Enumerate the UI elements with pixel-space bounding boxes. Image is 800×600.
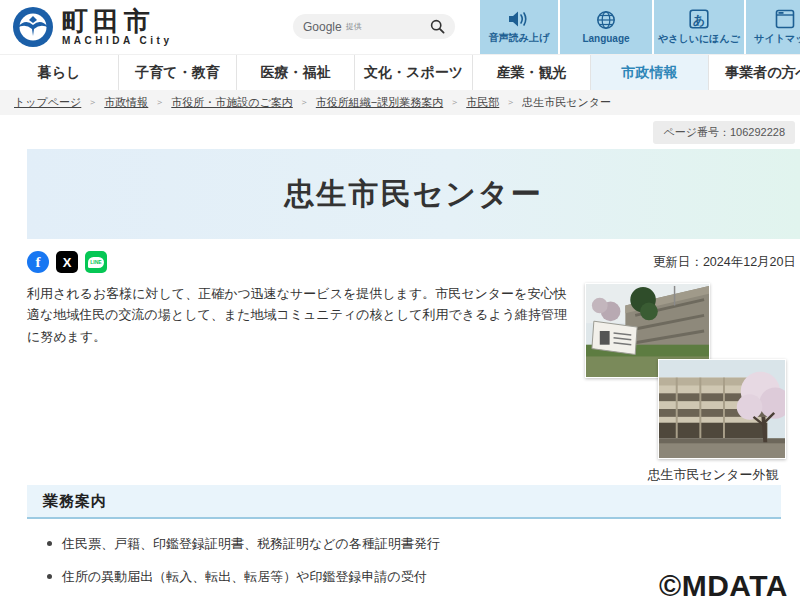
services-section-header: 業務案内 <box>27 485 781 519</box>
nav-item-jigyosha[interactable]: 事業者の方へ <box>708 55 800 90</box>
page-number-row: ページ番号：106292228 <box>0 115 800 149</box>
globe-icon <box>596 10 616 30</box>
intro-paragraph: 利用されるお客様に対して、正確かつ迅速なサービスを提供します。市民センターを安心… <box>27 283 579 347</box>
search-icon[interactable] <box>430 19 445 34</box>
main-content-row: 利用されるお客様に対して、正確かつ迅速なサービスを提供します。市民センターを安心… <box>27 283 800 485</box>
sitemap-label: サイトマップ <box>754 32 800 46</box>
services-section-title: 業務案内 <box>43 492 107 511</box>
machida-city-logo-icon <box>12 6 54 48</box>
mdata-watermark: ©MDATA <box>659 569 788 600</box>
breadcrumb-shiyakusho[interactable]: 市役所・市施設のご案内 <box>171 95 293 110</box>
line-share-icon[interactable]: LINE <box>85 251 107 273</box>
breadcrumb-current-page: 忠生市民センター <box>522 95 611 110</box>
text-to-speech-button[interactable]: 音声読み上げ <box>480 0 558 54</box>
breadcrumb-separator: ＞ <box>450 96 459 109</box>
logo-subtitle: MACHIDA City <box>62 35 173 46</box>
breadcrumb-separator: ＞ <box>506 96 515 109</box>
nav-item-kosodate[interactable]: 子育て・教育 <box>118 55 236 90</box>
breadcrumb-shisei[interactable]: 市政情報 <box>104 95 148 110</box>
site-logo[interactable]: 町田市 MACHIDA City <box>12 6 173 48</box>
main-navigation: 暮らし 子育て・教育 医療・福祉 文化・スポーツ 産業・観光 市政情報 事業者の… <box>0 54 800 90</box>
speaker-icon <box>508 10 530 28</box>
page-number-badge: ページ番号：106292228 <box>653 121 795 144</box>
language-label: Language <box>582 33 629 44</box>
easy-japanese-label: やさしいにほんご <box>658 32 740 46</box>
breadcrumb: トップページ ＞ 市政情報 ＞ 市役所・市施設のご案内 ＞ 市役所組織−課別業務… <box>0 90 800 115</box>
nav-item-iryo[interactable]: 医療・福祉 <box>236 55 354 90</box>
site-header: 町田市 MACHIDA City Google 提供 音声読み上げ <box>0 0 800 54</box>
nav-item-bunka[interactable]: 文化・スポーツ <box>354 55 472 90</box>
machida-city-webpage: 町田市 MACHIDA City Google 提供 音声読み上げ <box>0 0 800 600</box>
language-button[interactable]: Language <box>558 0 652 54</box>
meta-row: f X LINE 更新日：2024年12月20日 <box>27 249 796 275</box>
header-utility-buttons: 音声読み上げ Language あ やさしいにほんご <box>480 0 800 54</box>
facebook-share-icon[interactable]: f <box>27 251 49 273</box>
photo-caption: 忠生市民センター外観 <box>633 466 793 484</box>
page-title: 忠生市民センター <box>284 174 542 215</box>
nav-item-sangyo[interactable]: 産業・観光 <box>472 55 590 90</box>
nav-item-kurashi[interactable]: 暮らし <box>0 55 118 90</box>
updated-date: 更新日：2024年12月20日 <box>653 254 796 271</box>
x-share-icon[interactable]: X <box>56 251 78 273</box>
breadcrumb-separator: ＞ <box>155 96 164 109</box>
service-item-certificates: 住民票、戸籍、印鑑登録証明書、税務証明などの各種証明書発行 <box>47 535 800 553</box>
easy-japanese-button[interactable]: あ やさしいにほんご <box>652 0 744 54</box>
svg-text:あ: あ <box>693 12 705 26</box>
breadcrumb-soshiki[interactable]: 市役所組織−課別業務案内 <box>316 95 443 110</box>
search-provider-note: 提供 <box>346 21 362 32</box>
logo-text: 町田市 MACHIDA City <box>62 8 173 46</box>
breadcrumb-shiminbu[interactable]: 市民部 <box>466 95 499 110</box>
line-bubble-glyph: LINE <box>88 257 104 268</box>
nav-item-shisei-active[interactable]: 市政情報 <box>590 55 708 90</box>
page-title-banner: 忠生市民センター <box>27 149 800 239</box>
sitemap-button[interactable]: サイトマップ <box>744 0 800 54</box>
breadcrumb-separator: ＞ <box>88 96 97 109</box>
hiragana-a-icon: あ <box>689 9 709 29</box>
sitemap-icon <box>775 9 795 29</box>
tts-label: 音声読み上げ <box>489 31 549 45</box>
breadcrumb-separator: ＞ <box>300 96 309 109</box>
facility-photo-spring[interactable] <box>658 359 786 459</box>
facility-photos: 忠生市民センター外観 <box>583 281 800 483</box>
site-search-box[interactable]: Google 提供 <box>293 14 455 39</box>
breadcrumb-home[interactable]: トップページ <box>14 95 81 110</box>
logo-title: 町田市 <box>62 8 173 35</box>
search-provider-label: Google <box>303 20 342 34</box>
